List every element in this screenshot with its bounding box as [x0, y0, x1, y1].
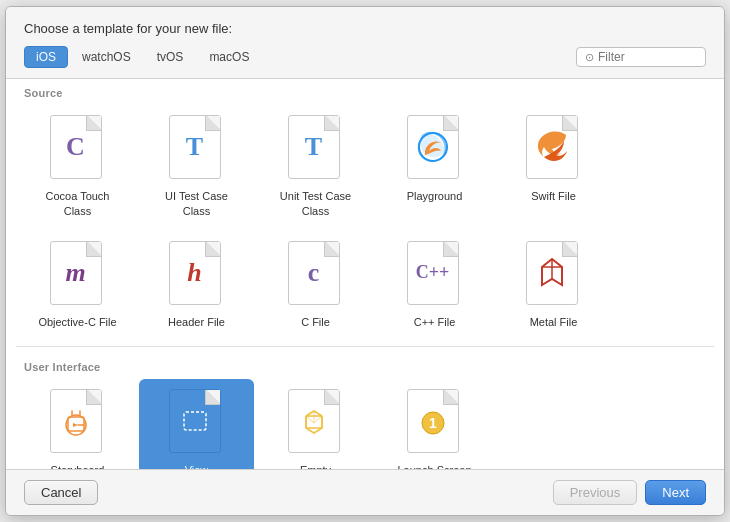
previous-button[interactable]: Previous	[553, 480, 638, 505]
item-empty[interactable]: Empty	[258, 379, 373, 469]
item-header-file[interactable]: h Header File	[139, 231, 254, 338]
source-grid: C Cocoa TouchClass T UI Test CaseClass	[16, 105, 714, 338]
cocoa-touch-icon: C	[50, 115, 106, 183]
dialog-header: Choose a template for your new file: iOS…	[6, 7, 724, 78]
swift-file-icon	[526, 115, 582, 183]
ui-test-label: UI Test CaseClass	[165, 189, 228, 219]
cocoa-touch-label: Cocoa TouchClass	[45, 189, 109, 219]
storyboard-icon	[50, 389, 106, 457]
header-file-icon: h	[169, 241, 225, 309]
launch-svg: 1	[415, 403, 451, 439]
svg-rect-2	[184, 412, 206, 430]
header-letter: h	[187, 258, 201, 288]
swift-file-label: Swift File	[531, 189, 576, 204]
item-cocoa-touch[interactable]: C Cocoa TouchClass	[20, 105, 135, 227]
item-ui-test[interactable]: T UI Test CaseClass	[139, 105, 254, 227]
item-storyboard[interactable]: Storyboard	[20, 379, 135, 469]
cancel-button[interactable]: Cancel	[24, 480, 98, 505]
item-playground[interactable]: Playground	[377, 105, 492, 227]
item-view[interactable]: View	[139, 379, 254, 469]
ui-test-letter: T	[186, 132, 203, 162]
unit-test-label: Unit Test CaseClass	[280, 189, 351, 219]
tab-macos[interactable]: macOS	[197, 46, 261, 68]
metal-file-icon	[526, 241, 582, 309]
section-separator	[16, 346, 714, 347]
empty-file-icon	[288, 389, 344, 457]
new-file-dialog: Choose a template for your new file: iOS…	[5, 6, 725, 516]
unit-test-letter: T	[305, 132, 322, 162]
item-swift-file[interactable]: Swift File	[496, 105, 611, 227]
launch-screen-icon: 1	[407, 389, 463, 457]
playground-svg	[415, 129, 451, 165]
view-svg	[178, 404, 212, 438]
objc-file-icon: m	[50, 241, 106, 309]
filter-input[interactable]	[598, 50, 688, 64]
cpp-label: C++ File	[414, 315, 456, 330]
header-label: Header File	[168, 315, 225, 330]
next-button[interactable]: Next	[645, 480, 706, 505]
dialog-title: Choose a template for your new file:	[24, 21, 706, 36]
item-objc-file[interactable]: m Objective-C File	[20, 231, 135, 338]
empty-svg	[297, 404, 331, 438]
svg-text:1: 1	[429, 415, 437, 431]
source-section-label: Source	[16, 79, 714, 105]
ui-grid: Storyboard View	[16, 379, 714, 469]
objc-label: Objective-C File	[38, 315, 116, 330]
swift-svg	[532, 127, 572, 167]
filter-icon: ⊙	[585, 51, 594, 64]
view-file-icon	[169, 389, 225, 457]
cpp-letter: C++	[416, 262, 450, 283]
filter-box[interactable]: ⊙	[576, 47, 706, 67]
dialog-footer: Cancel Previous Next	[6, 469, 724, 515]
c-letter: c	[308, 258, 320, 288]
ui-test-icon: T	[169, 115, 225, 183]
storyboard-svg	[58, 403, 94, 439]
objc-letter: m	[65, 258, 85, 288]
nav-buttons: Previous Next	[553, 480, 706, 505]
playground-icon	[407, 115, 463, 183]
metal-label: Metal File	[530, 315, 578, 330]
tabs-row: iOS watchOS tvOS macOS ⊙	[24, 46, 706, 68]
svg-rect-1	[68, 417, 84, 431]
unit-test-icon: T	[288, 115, 344, 183]
item-unit-test[interactable]: T Unit Test CaseClass	[258, 105, 373, 227]
tab-watchos[interactable]: watchOS	[70, 46, 143, 68]
item-metal-file[interactable]: Metal File	[496, 231, 611, 338]
playground-label: Playground	[407, 189, 463, 204]
item-cpp-file[interactable]: C++ C++ File	[377, 231, 492, 338]
content-area: Source C Cocoa TouchClass T UI Test Ca	[6, 78, 724, 469]
metal-svg	[538, 257, 566, 289]
cpp-file-icon: C++	[407, 241, 463, 309]
cocoa-touch-letter: C	[66, 132, 85, 162]
c-label: C File	[301, 315, 330, 330]
c-file-icon: c	[288, 241, 344, 309]
tab-ios[interactable]: iOS	[24, 46, 68, 68]
tab-tvos[interactable]: tvOS	[145, 46, 196, 68]
ui-section-label: User Interface	[16, 353, 714, 379]
item-c-file[interactable]: c C File	[258, 231, 373, 338]
item-launch-screen[interactable]: 1 Launch Screen	[377, 379, 492, 469]
